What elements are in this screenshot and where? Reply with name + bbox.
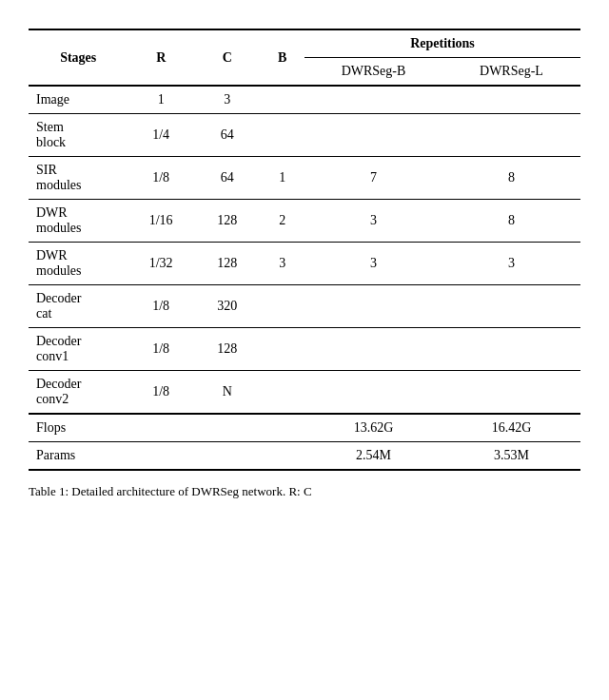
stage-cell: Params [29, 442, 128, 471]
c-cell: 320 [194, 285, 261, 328]
dwrseg-l-cell: 8 [442, 200, 580, 243]
dwrseg-l-cell: 3 [442, 243, 580, 285]
b-cell [261, 86, 304, 114]
table-row-flops: Flops 13.62G 16.42G [29, 414, 580, 442]
r-cell [128, 414, 194, 442]
dwrseg-b-cell: 2.54M [304, 442, 442, 471]
c-cell: 128 [194, 200, 261, 243]
r-cell: 1/4 [128, 114, 194, 157]
b-cell [261, 285, 304, 328]
dwrseg-b-cell [304, 371, 442, 415]
c-cell [194, 414, 261, 442]
table-row: SIRmodules 1/8 64 1 7 8 [29, 157, 580, 200]
c-cell: 128 [194, 328, 261, 371]
table-row-params: Params 2.54M 3.53M [29, 442, 580, 471]
b-cell: 1 [261, 157, 304, 200]
stage-cell: Decoderconv2 [29, 371, 128, 415]
stage-cell: Stemblock [29, 114, 128, 157]
repetitions-header: Repetitions [304, 29, 580, 58]
stage-cell: DWRmodules [29, 243, 128, 285]
c-cell: 3 [194, 86, 261, 114]
c-cell: 128 [194, 243, 261, 285]
table-row: Stemblock 1/4 64 [29, 114, 580, 157]
stage-cell: Decoderconv1 [29, 328, 128, 371]
b-cell: 2 [261, 200, 304, 243]
r-header: R [128, 29, 194, 86]
r-cell: 1/8 [128, 371, 194, 415]
c-header: C [194, 29, 261, 86]
table-body: Image 1 3 Stemblock 1/4 64 SIRmodules 1/… [29, 86, 580, 470]
c-cell: 64 [194, 114, 261, 157]
dwrseg-l-cell [442, 328, 580, 371]
table-row: Image 1 3 [29, 86, 580, 114]
r-cell: 1/16 [128, 200, 194, 243]
dwrseg-l-cell [442, 86, 580, 114]
r-cell: 1 [128, 86, 194, 114]
table-caption: Table 1: Detailed architecture of DWRSeg… [29, 484, 580, 499]
dwrseg-b-cell: 13.62G [304, 414, 442, 442]
b-cell [261, 114, 304, 157]
b-cell [261, 328, 304, 371]
dwrseg-l-cell: 16.42G [442, 414, 580, 442]
dwrseg-b-cell [304, 285, 442, 328]
c-cell [194, 442, 261, 471]
dwrseg-b-header: DWRSeg-B [304, 58, 442, 87]
r-cell: 1/8 [128, 328, 194, 371]
architecture-table: Stages R C B Repetitions DWRSeg-B DWRSeg… [29, 29, 580, 471]
r-cell: 1/8 [128, 157, 194, 200]
b-cell [261, 442, 304, 471]
dwrseg-l-cell [442, 285, 580, 328]
dwrseg-b-cell: 3 [304, 200, 442, 243]
dwrseg-l-cell: 8 [442, 157, 580, 200]
dwrseg-l-cell [442, 371, 580, 415]
table-row: DWRmodules 1/16 128 2 3 8 [29, 200, 580, 243]
b-cell [261, 414, 304, 442]
table-row: DWRmodules 1/32 128 3 3 3 [29, 243, 580, 285]
b-header: B [261, 29, 304, 86]
table-row: Decodercat 1/8 320 [29, 285, 580, 328]
dwrseg-l-cell [442, 114, 580, 157]
stage-cell: SIRmodules [29, 157, 128, 200]
stage-cell: Image [29, 86, 128, 114]
dwrseg-b-cell [304, 328, 442, 371]
dwrseg-b-cell: 7 [304, 157, 442, 200]
header-row-1: Stages R C B Repetitions [29, 29, 580, 58]
stage-cell: DWRmodules [29, 200, 128, 243]
table-row: Decoderconv1 1/8 128 [29, 328, 580, 371]
dwrseg-b-cell: 3 [304, 243, 442, 285]
dwrseg-l-cell: 3.53M [442, 442, 580, 471]
stage-cell: Flops [29, 414, 128, 442]
b-cell: 3 [261, 243, 304, 285]
dwrseg-l-header: DWRSeg-L [442, 58, 580, 87]
dwrseg-b-cell [304, 114, 442, 157]
r-cell [128, 442, 194, 471]
stages-header: Stages [29, 29, 128, 86]
stage-cell: Decodercat [29, 285, 128, 328]
architecture-table-wrapper: Stages R C B Repetitions DWRSeg-B DWRSeg… [29, 29, 580, 499]
table-row: Decoderconv2 1/8 N [29, 371, 580, 415]
c-cell: N [194, 371, 261, 415]
c-cell: 64 [194, 157, 261, 200]
r-cell: 1/32 [128, 243, 194, 285]
dwrseg-b-cell [304, 86, 442, 114]
b-cell [261, 371, 304, 415]
r-cell: 1/8 [128, 285, 194, 328]
